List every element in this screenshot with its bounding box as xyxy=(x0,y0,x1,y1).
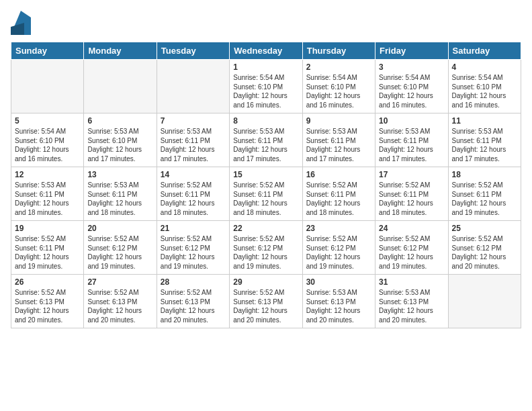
day-number: 8 xyxy=(233,116,298,126)
calendar-day-cell: 10Sunrise: 5:53 AM Sunset: 6:11 PM Dayli… xyxy=(375,113,448,167)
calendar-day-cell: 8Sunrise: 5:53 AM Sunset: 6:11 PM Daylig… xyxy=(230,113,302,167)
day-info: Sunrise: 5:53 AM Sunset: 6:10 PM Dayligh… xyxy=(87,127,152,163)
day-info: Sunrise: 5:53 AM Sunset: 6:13 PM Dayligh… xyxy=(379,288,444,324)
calendar-week-row: 1Sunrise: 5:54 AM Sunset: 6:10 PM Daylig… xyxy=(11,60,521,113)
day-info: Sunrise: 5:52 AM Sunset: 6:12 PM Dayligh… xyxy=(87,234,152,271)
day-number: 11 xyxy=(452,116,517,126)
day-number: 22 xyxy=(233,224,298,233)
day-number: 12 xyxy=(15,170,80,179)
day-info: Sunrise: 5:54 AM Sunset: 6:10 PM Dayligh… xyxy=(233,73,298,109)
page-header xyxy=(11,11,521,35)
calendar-day-cell: 18Sunrise: 5:52 AM Sunset: 6:11 PM Dayli… xyxy=(448,167,521,221)
day-number: 29 xyxy=(233,277,298,287)
calendar-day-cell: 16Sunrise: 5:52 AM Sunset: 6:11 PM Dayli… xyxy=(302,167,375,221)
day-number: 7 xyxy=(161,116,226,126)
day-number: 3 xyxy=(379,62,444,72)
calendar-header-cell: Thursday xyxy=(302,42,375,60)
day-info: Sunrise: 5:52 AM Sunset: 6:11 PM Dayligh… xyxy=(306,181,371,217)
calendar-day-cell: 22Sunrise: 5:52 AM Sunset: 6:12 PM Dayli… xyxy=(230,221,302,275)
calendar-day-cell: 4Sunrise: 5:54 AM Sunset: 6:10 PM Daylig… xyxy=(448,60,521,113)
day-info: Sunrise: 5:52 AM Sunset: 6:11 PM Dayligh… xyxy=(15,234,80,271)
day-info: Sunrise: 5:54 AM Sunset: 6:10 PM Dayligh… xyxy=(306,73,371,109)
calendar-day-cell: 6Sunrise: 5:53 AM Sunset: 6:10 PM Daylig… xyxy=(84,113,157,167)
calendar-header-cell: Monday xyxy=(84,42,157,60)
day-number: 13 xyxy=(87,170,152,179)
day-info: Sunrise: 5:52 AM Sunset: 6:11 PM Dayligh… xyxy=(233,181,298,217)
day-info: Sunrise: 5:52 AM Sunset: 6:13 PM Dayligh… xyxy=(87,288,152,324)
calendar-day-cell: 24Sunrise: 5:52 AM Sunset: 6:12 PM Dayli… xyxy=(375,221,448,275)
day-number: 15 xyxy=(233,170,298,179)
calendar-day-cell: 11Sunrise: 5:53 AM Sunset: 6:11 PM Dayli… xyxy=(448,113,521,167)
calendar-day-cell: 3Sunrise: 5:54 AM Sunset: 6:10 PM Daylig… xyxy=(375,60,448,113)
calendar-header-cell: Friday xyxy=(375,42,448,60)
calendar-day-cell: 5Sunrise: 5:54 AM Sunset: 6:10 PM Daylig… xyxy=(11,113,84,167)
calendar-day-cell: 29Sunrise: 5:52 AM Sunset: 6:13 PM Dayli… xyxy=(230,275,302,328)
calendar-day-cell: 21Sunrise: 5:52 AM Sunset: 6:12 PM Dayli… xyxy=(157,221,229,275)
calendar-day-cell: 25Sunrise: 5:52 AM Sunset: 6:12 PM Dayli… xyxy=(448,221,521,275)
calendar-day-cell xyxy=(11,60,84,113)
day-info: Sunrise: 5:52 AM Sunset: 6:13 PM Dayligh… xyxy=(161,288,226,324)
calendar-day-cell: 19Sunrise: 5:52 AM Sunset: 6:11 PM Dayli… xyxy=(11,221,84,275)
calendar-header-row: SundayMondayTuesdayWednesdayThursdayFrid… xyxy=(11,42,521,60)
day-info: Sunrise: 5:52 AM Sunset: 6:11 PM Dayligh… xyxy=(379,181,444,217)
calendar-body: 1Sunrise: 5:54 AM Sunset: 6:10 PM Daylig… xyxy=(11,60,521,328)
calendar-day-cell: 26Sunrise: 5:52 AM Sunset: 6:13 PM Dayli… xyxy=(11,275,84,328)
calendar-day-cell: 23Sunrise: 5:52 AM Sunset: 6:12 PM Dayli… xyxy=(302,221,375,275)
day-number: 4 xyxy=(452,62,517,72)
calendar-week-row: 19Sunrise: 5:52 AM Sunset: 6:11 PM Dayli… xyxy=(11,221,521,275)
day-info: Sunrise: 5:52 AM Sunset: 6:12 PM Dayligh… xyxy=(233,234,298,271)
day-number: 6 xyxy=(87,116,152,126)
calendar-day-cell: 28Sunrise: 5:52 AM Sunset: 6:13 PM Dayli… xyxy=(157,275,229,328)
day-number: 28 xyxy=(161,277,226,287)
calendar-day-cell: 2Sunrise: 5:54 AM Sunset: 6:10 PM Daylig… xyxy=(302,60,375,113)
calendar-header-cell: Sunday xyxy=(11,42,84,60)
day-number: 20 xyxy=(87,224,152,233)
calendar-week-row: 26Sunrise: 5:52 AM Sunset: 6:13 PM Dayli… xyxy=(11,275,521,328)
day-info: Sunrise: 5:53 AM Sunset: 6:11 PM Dayligh… xyxy=(87,181,152,217)
day-info: Sunrise: 5:53 AM Sunset: 6:11 PM Dayligh… xyxy=(306,127,371,163)
day-info: Sunrise: 5:52 AM Sunset: 6:11 PM Dayligh… xyxy=(161,181,226,217)
day-number: 16 xyxy=(306,170,371,179)
calendar-header-cell: Tuesday xyxy=(157,42,229,60)
day-number: 27 xyxy=(87,277,152,287)
calendar-day-cell: 7Sunrise: 5:53 AM Sunset: 6:11 PM Daylig… xyxy=(157,113,229,167)
day-number: 23 xyxy=(306,224,371,233)
calendar-day-cell: 15Sunrise: 5:52 AM Sunset: 6:11 PM Dayli… xyxy=(230,167,302,221)
calendar-day-cell xyxy=(448,275,521,328)
calendar-table: SundayMondayTuesdayWednesdayThursdayFrid… xyxy=(11,42,521,328)
day-number: 21 xyxy=(161,224,226,233)
day-info: Sunrise: 5:53 AM Sunset: 6:11 PM Dayligh… xyxy=(161,127,226,163)
day-number: 24 xyxy=(379,224,444,233)
day-info: Sunrise: 5:53 AM Sunset: 6:11 PM Dayligh… xyxy=(15,181,80,217)
day-number: 31 xyxy=(379,277,444,287)
day-info: Sunrise: 5:53 AM Sunset: 6:11 PM Dayligh… xyxy=(233,127,298,163)
logo-icon xyxy=(11,11,31,35)
calendar-day-cell: 17Sunrise: 5:52 AM Sunset: 6:11 PM Dayli… xyxy=(375,167,448,221)
calendar-day-cell: 30Sunrise: 5:53 AM Sunset: 6:13 PM Dayli… xyxy=(302,275,375,328)
calendar-header-cell: Saturday xyxy=(448,42,521,60)
calendar-week-row: 12Sunrise: 5:53 AM Sunset: 6:11 PM Dayli… xyxy=(11,167,521,221)
day-info: Sunrise: 5:52 AM Sunset: 6:13 PM Dayligh… xyxy=(15,288,80,324)
day-info: Sunrise: 5:52 AM Sunset: 6:13 PM Dayligh… xyxy=(233,288,298,324)
day-number: 25 xyxy=(452,224,517,233)
day-number: 2 xyxy=(306,62,371,72)
day-number: 5 xyxy=(15,116,80,126)
calendar-day-cell: 9Sunrise: 5:53 AM Sunset: 6:11 PM Daylig… xyxy=(302,113,375,167)
day-info: Sunrise: 5:52 AM Sunset: 6:11 PM Dayligh… xyxy=(452,181,517,217)
calendar-day-cell: 12Sunrise: 5:53 AM Sunset: 6:11 PM Dayli… xyxy=(11,167,84,221)
day-info: Sunrise: 5:54 AM Sunset: 6:10 PM Dayligh… xyxy=(379,73,444,109)
logo xyxy=(11,11,34,35)
day-number: 17 xyxy=(379,170,444,179)
calendar-day-cell: 1Sunrise: 5:54 AM Sunset: 6:10 PM Daylig… xyxy=(230,60,302,113)
day-info: Sunrise: 5:52 AM Sunset: 6:12 PM Dayligh… xyxy=(161,234,226,271)
day-number: 14 xyxy=(161,170,226,179)
calendar-day-cell: 20Sunrise: 5:52 AM Sunset: 6:12 PM Dayli… xyxy=(84,221,157,275)
day-number: 26 xyxy=(15,277,80,287)
calendar-week-row: 5Sunrise: 5:54 AM Sunset: 6:10 PM Daylig… xyxy=(11,113,521,167)
day-number: 10 xyxy=(379,116,444,126)
calendar-day-cell: 13Sunrise: 5:53 AM Sunset: 6:11 PM Dayli… xyxy=(84,167,157,221)
day-info: Sunrise: 5:52 AM Sunset: 6:12 PM Dayligh… xyxy=(306,234,371,271)
calendar-day-cell xyxy=(84,60,157,113)
calendar-day-cell: 14Sunrise: 5:52 AM Sunset: 6:11 PM Dayli… xyxy=(157,167,229,221)
day-number: 1 xyxy=(233,62,298,72)
